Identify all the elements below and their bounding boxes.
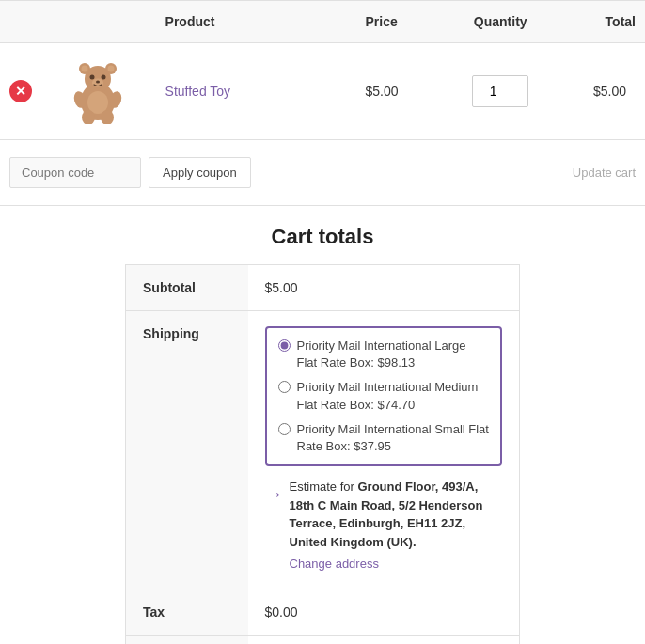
total-label: Total <box>126 635 248 644</box>
update-cart-button[interactable]: Update cart <box>573 165 636 180</box>
remove-cell: ✕ <box>0 43 55 140</box>
shipping-options-box: Priority Mail International Large Flat R… <box>265 326 503 466</box>
arrow-right-icon: → <box>265 479 284 508</box>
shipping-radio-3[interactable] <box>278 423 291 435</box>
teddy-bear-icon <box>70 58 126 124</box>
cart-totals-table: Subtotal $5.00 Shipping Priority Mail In… <box>125 264 520 644</box>
tax-row: Tax $0.00 <box>126 589 520 635</box>
product-quantity-cell <box>445 43 556 140</box>
svg-point-6 <box>90 75 95 80</box>
shipping-option-2[interactable]: Priority Mail International Medium Flat … <box>278 379 490 413</box>
remove-item-button[interactable]: ✕ <box>9 80 32 102</box>
shipping-radio-2[interactable] <box>278 381 291 393</box>
svg-point-5 <box>108 66 115 72</box>
product-price-cell: $5.00 <box>355 43 445 140</box>
apply-coupon-button[interactable]: Apply coupon <box>149 157 251 188</box>
total-value: $116.13 <box>248 635 520 644</box>
estimate-block: → Estimate for Ground Floor, 493/A, 18th… <box>265 478 503 573</box>
col-header-price: Price <box>355 1 445 43</box>
shipping-label: Shipping <box>126 311 248 589</box>
shipping-row: Shipping Priority Mail International Lar… <box>126 311 520 589</box>
change-address-link[interactable]: Change address <box>290 555 503 573</box>
coupon-left: Apply coupon <box>9 157 251 188</box>
product-thumbnail <box>65 58 131 124</box>
product-name-cell: Stuffed Toy <box>156 43 356 140</box>
cart-totals-section: Cart totals Subtotal $5.00 Shipping Prio… <box>0 206 645 644</box>
product-total-cell: $5.00 <box>556 43 645 140</box>
cart-table: Product Price Quantity Total ✕ <box>0 0 645 140</box>
total-row: Total $116.13 <box>126 635 520 644</box>
subtotal-label: Subtotal <box>126 265 248 311</box>
shipping-option-2-label: Priority Mail International Medium Flat … <box>297 379 490 413</box>
shipping-option-1-label: Priority Mail International Large Flat R… <box>297 338 490 371</box>
tax-value: $0.00 <box>248 589 520 635</box>
col-header-product: Product <box>156 1 356 43</box>
svg-point-9 <box>96 81 100 84</box>
shipping-option-3[interactable]: Priority Mail International Small Flat R… <box>278 421 490 455</box>
shipping-radio-1[interactable] <box>278 339 291 352</box>
svg-point-7 <box>102 75 106 80</box>
subtotal-row: Subtotal $5.00 <box>126 265 520 311</box>
tax-label: Tax <box>126 589 248 635</box>
svg-point-10 <box>87 91 108 114</box>
subtotal-value: $5.00 <box>248 265 520 311</box>
col-header-image <box>55 1 155 43</box>
shipping-cell: Priority Mail International Large Flat R… <box>248 311 520 589</box>
estimate-text-block: Estimate for Ground Floor, 493/A, 18th C… <box>290 478 503 573</box>
product-link[interactable]: Stuffed Toy <box>165 84 231 99</box>
svg-point-3 <box>82 66 88 72</box>
cart-totals-title: Cart totals <box>272 225 374 249</box>
quantity-input[interactable] <box>472 75 528 107</box>
coupon-input[interactable] <box>9 157 141 188</box>
col-header-total: Total <box>556 1 645 43</box>
shipping-option-3-label: Priority Mail International Small Flat R… <box>297 421 490 455</box>
col-header-remove <box>0 1 55 43</box>
col-header-quantity: Quantity <box>445 1 556 43</box>
table-row: ✕ <box>0 43 645 140</box>
coupon-row: Apply coupon Update cart <box>0 140 645 206</box>
shipping-option-1[interactable]: Priority Mail International Large Flat R… <box>278 338 490 371</box>
estimate-prefix: Estimate for <box>290 479 354 494</box>
product-image-cell <box>55 43 155 140</box>
